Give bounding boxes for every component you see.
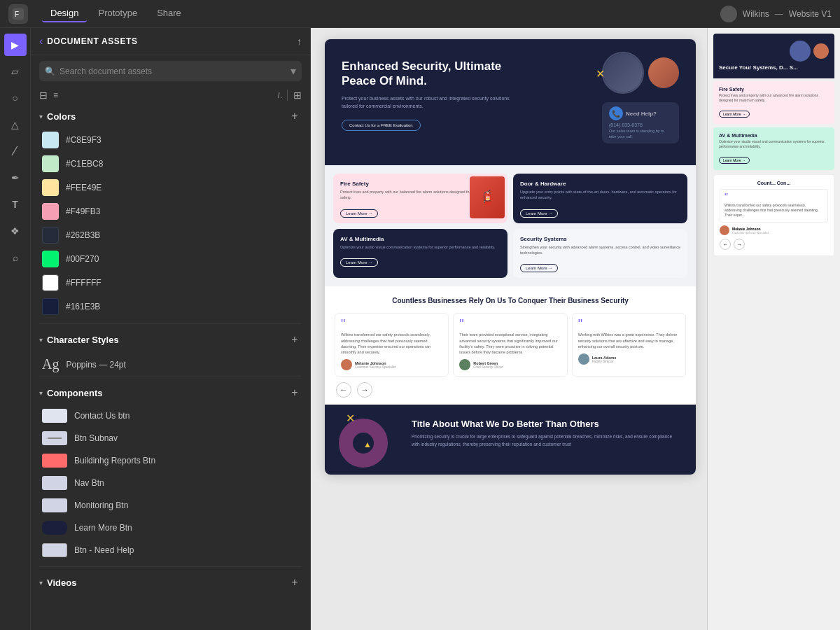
list-icon[interactable]: ≡ [53, 90, 58, 100]
color-item-3[interactable]: #F49FB3 [39, 200, 302, 223]
canvas-area: Enhanced Security, Ultimate Peace Of Min… [311, 28, 840, 630]
rp-fire-learn-more[interactable]: Learn More → [719, 111, 750, 118]
videos-header[interactable]: ▾ Videos + [39, 570, 302, 595]
assets-panel: ‹ DOCUMENT ASSETS ↑ 🔍 ▾ ⊟ ≡ / . ⊞ [31, 28, 311, 630]
service-desc-1: Upgrade your entry points with state-of-… [520, 189, 680, 201]
char-style-preview-0: Ag [42, 356, 59, 372]
components-arrow: ▾ [39, 389, 43, 397]
char-styles-add-button[interactable]: + [288, 332, 302, 346]
colors-section-header[interactable]: ▾ Colors + [39, 104, 302, 129]
service-desc-3: Strengthen your security with advanced a… [520, 244, 680, 256]
color-swatch-6 [42, 274, 59, 291]
tab-prototype[interactable]: Prototype [90, 5, 146, 22]
color-label-5: #00F270 [66, 254, 99, 264]
rp-test-role: Customer Success Specialist [732, 231, 769, 234]
component-item-2[interactable]: Buildinhg Reports Btn [39, 450, 302, 471]
component-name-0: Contact Us btn [74, 411, 130, 421]
line-tool-button[interactable]: ⁄ [4, 140, 27, 162]
colors-add-button[interactable]: + [288, 109, 302, 123]
component-item-1[interactable]: Btn Subnav [39, 428, 302, 449]
upload-icon[interactable]: ↑ [297, 36, 302, 47]
testimonial-author-1: Robert Green Chief Security Officer [459, 359, 561, 370]
rp-test-avatar [720, 225, 729, 235]
char-style-item-0[interactable]: Ag Poppins — 24pt [39, 352, 302, 377]
color-swatch-2 [42, 179, 59, 196]
service-learn-more-0[interactable]: Learn More → [340, 209, 378, 218]
component-thumb-6 [42, 543, 67, 557]
grid-view-icon[interactable]: ⊞ [293, 90, 302, 101]
tab-design[interactable]: Design [42, 5, 87, 22]
tab-share[interactable]: Share [148, 5, 190, 22]
divider-char-comp [39, 377, 302, 377]
back-button[interactable]: ‹ [39, 35, 43, 48]
testimonials-prev-button[interactable]: ← [336, 382, 351, 398]
videos-add-button[interactable]: + [288, 575, 302, 589]
pen-tool-button[interactable]: ✒ [4, 167, 27, 189]
color-label-0: #C8E9F3 [66, 135, 102, 145]
color-label-4: #262B3B [66, 230, 100, 240]
center-canvas[interactable]: Enhanced Security, Ultimate Peace Of Min… [311, 28, 707, 630]
testimonial-avatar-1 [459, 359, 470, 370]
component-name-1: Btn Subnav [74, 433, 118, 443]
divider-colors-char [39, 323, 302, 324]
component-item-0[interactable]: Contact Us btn [39, 405, 302, 426]
rp-av-learn-more[interactable]: Learn More → [719, 157, 750, 164]
toolbar-row: ⊟ ≡ / . ⊞ [31, 87, 310, 104]
version-label: — [775, 9, 783, 19]
canvas-scroll-area[interactable]: Enhanced Security, Ultimate Peace Of Min… [314, 28, 707, 630]
testimonial-avatar-2 [578, 354, 589, 365]
char-styles-header[interactable]: ▾ Character Styles + [39, 327, 302, 352]
component-tool-button[interactable]: ❖ [4, 220, 27, 242]
text-tool-button[interactable]: T [4, 193, 27, 216]
color-item-6[interactable]: #FFFFFF [39, 272, 302, 294]
components-title: Components [47, 388, 288, 398]
color-swatch-5 [42, 251, 59, 267]
component-item-3[interactable]: Nav Btn [39, 472, 302, 493]
rp-fire-safety-desc: Protect lives and property with our adva… [719, 93, 829, 103]
search-bar[interactable]: 🔍 ▾ [39, 61, 302, 81]
user-avatar [720, 6, 737, 22]
app-logo: F [8, 4, 28, 24]
testimonials-next-button[interactable]: → [357, 382, 372, 398]
circle-tool-button[interactable]: ○ [4, 87, 27, 109]
rp-testimonial-card: " Wilkins transformed our safety protoco… [720, 189, 828, 223]
hero-title: Enhanced Security, Ultimate Peace Of Min… [342, 59, 524, 89]
color-item-2[interactable]: #FEE49E [39, 176, 302, 199]
rp-next-button[interactable]: → [734, 239, 745, 250]
color-item-4[interactable]: #262B3B [39, 224, 302, 246]
filter-icon[interactable]: ⊟ [39, 90, 48, 101]
color-swatch-7 [42, 298, 59, 315]
service-title-3: Security Systems [520, 236, 680, 242]
colors-section-title: Colors [47, 111, 288, 122]
component-thumb-1 [42, 431, 67, 445]
color-item-1[interactable]: #C1EBC8 [39, 153, 302, 175]
bottom-subtitle: Prioritizing security is crucial for lar… [412, 433, 679, 448]
components-header[interactable]: ▾ Components + [39, 380, 302, 405]
zoom-tool-button[interactable]: ⌕ [4, 246, 27, 269]
dots-icon[interactable]: / . [278, 92, 281, 99]
service-learn-more-2[interactable]: Learn More → [340, 258, 378, 267]
search-input[interactable] [59, 66, 286, 76]
service-learn-more-1[interactable]: Learn More → [520, 209, 558, 218]
color-item-7[interactable]: #161E3B [39, 295, 302, 318]
component-item-5[interactable]: Learn More Btn [39, 517, 302, 538]
triangle-tool-button[interactable]: △ [4, 113, 27, 136]
version-name: Website V1 [789, 9, 832, 19]
hero-cta-button[interactable]: Contact Us for a FREE Evaluation [342, 120, 421, 131]
color-item-5[interactable]: #00F270 [39, 248, 302, 270]
testimonial-name-2: Laura Adams [592, 356, 617, 360]
frame-tool-button[interactable]: ▱ [4, 60, 27, 83]
components-add-button[interactable]: + [288, 386, 302, 400]
char-styles-arrow: ▾ [39, 336, 43, 344]
service-learn-more-3[interactable]: Learn More → [520, 264, 558, 272]
move-tool-button[interactable]: ▶ [4, 34, 27, 56]
right-preview-panel: Secure Your Systems, D... S... Fire Safe… [707, 28, 840, 630]
testimonials-title: Countless Businesses Rely On Us To Conqu… [335, 296, 686, 306]
component-item-4[interactable]: Monitoring Btn [39, 495, 302, 516]
component-item-6[interactable]: Btn - Need Help [39, 540, 302, 561]
color-label-2: #FEE49E [66, 183, 102, 192]
rp-prev-button[interactable]: ← [720, 239, 731, 250]
color-item-0[interactable]: #C8E9F3 [39, 129, 302, 151]
component-list: Contact Us btn Btn Subnav Buildinhg Repo… [39, 405, 302, 566]
svg-text:F: F [15, 10, 19, 18]
